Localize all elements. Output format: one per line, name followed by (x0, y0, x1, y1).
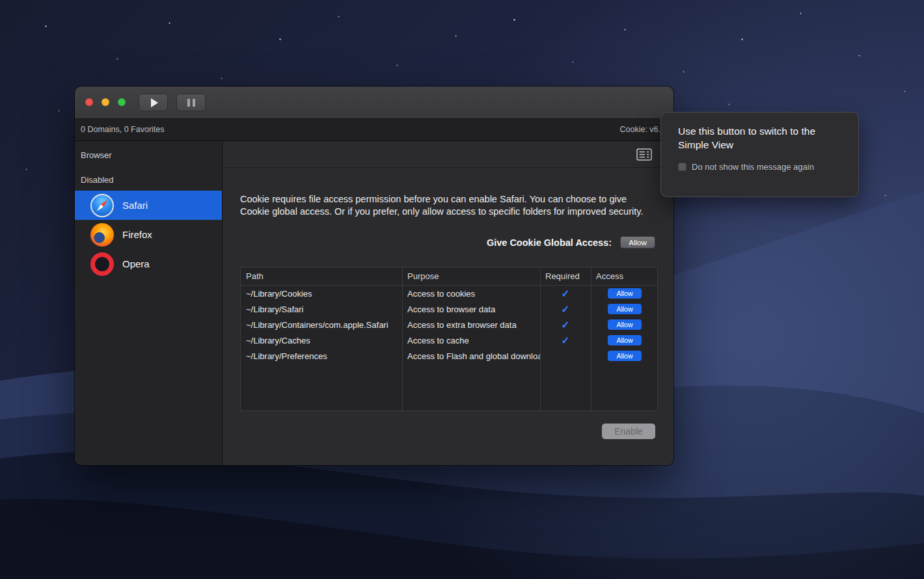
allow-button[interactable]: Allow (608, 288, 642, 299)
required-check-icon: ✓ (561, 335, 569, 346)
sidebar-browser-list: Safari Firefox Opera (75, 191, 222, 278)
pause-button[interactable] (176, 94, 206, 111)
browser-sidebar: Browser Disabled Safari Firefox Opera (75, 141, 223, 465)
opera-app-icon (90, 252, 114, 276)
allow-button[interactable]: Allow (608, 335, 642, 345)
header-purpose: Purpose (402, 267, 540, 285)
sidebar-item-label: Opera (122, 258, 150, 269)
cell-purpose: Access to browser data (402, 304, 540, 314)
simple-view-toggle-button[interactable] (636, 148, 652, 161)
global-access-label: Give Cookie Global Access: (487, 237, 612, 248)
cell-purpose: Access to Flash and global downloads (402, 351, 540, 361)
domains-favorites-count: 0 Domains, 0 Favorites (81, 119, 165, 141)
close-button[interactable] (85, 98, 93, 106)
cell-purpose: Access to cache (402, 336, 540, 345)
table-row[interactable]: ~/Library/Caches Access to cache ✓ Allow (241, 332, 657, 348)
app-window: 0 Domains, 0 Favorites Cookie: v6. Brows… (75, 87, 673, 465)
header-required: Required (540, 267, 591, 285)
minimize-button[interactable] (102, 98, 109, 106)
enable-button[interactable]: Enable (602, 424, 655, 439)
sidebar-item-firefox[interactable]: Firefox (75, 220, 222, 249)
required-check-icon: ✓ (561, 319, 569, 330)
main-pane: Cookie requires file access permission b… (223, 141, 673, 465)
global-access-row: Give Cookie Global Access: Allow (487, 236, 655, 249)
header-access: Access (591, 267, 659, 285)
cell-path: ~/Library/Safari (241, 304, 402, 314)
cell-purpose: Access to cookies (402, 289, 540, 299)
play-icon (151, 98, 158, 107)
required-check-icon: ✓ (561, 304, 569, 315)
simple-view-tooltip: Use this button to switch to the Simple … (660, 112, 859, 197)
allow-button[interactable]: Allow (608, 351, 642, 361)
header-path: Path (241, 267, 402, 285)
list-view-icon (636, 148, 652, 161)
cell-path: ~/Library/Preferences (241, 351, 402, 361)
table-row[interactable]: ~/Library/Cookies Access to cookies ✓ Al… (241, 286, 657, 301)
sidebar-section-disabled: Disabled (81, 175, 114, 185)
allow-button[interactable]: Allow (608, 304, 642, 314)
table-row[interactable]: ~/Library/Containers/com.apple.Safari Ac… (241, 317, 657, 332)
table-row[interactable]: ~/Library/Preferences Access to Flash an… (241, 348, 657, 364)
stars-decoration (0, 0, 1, 1)
cell-path: ~/Library/Caches (241, 336, 402, 345)
cell-path: ~/Library/Cookies (241, 289, 402, 299)
do-not-show-checkbox[interactable] (678, 163, 686, 171)
sidebar-group-browser: Browser (81, 150, 112, 160)
status-bar: 0 Domains, 0 Favorites Cookie: v6. (75, 119, 673, 141)
run-button[interactable] (139, 94, 168, 111)
main-header (223, 141, 673, 168)
tooltip-message: Use this button to switch to the Simple … (678, 124, 841, 152)
cell-path: ~/Library/Containers/com.apple.Safari (241, 320, 402, 330)
sidebar-item-opera[interactable]: Opera (75, 249, 222, 278)
app-version-label: Cookie: v6. (619, 119, 660, 141)
do-not-show-label: Do not show this message again (692, 162, 814, 172)
permission-intro-text: Cookie requires file access permission b… (240, 193, 644, 218)
firefox-app-icon (90, 223, 114, 247)
zoom-button[interactable] (118, 98, 126, 106)
sidebar-item-label: Safari (122, 200, 148, 211)
window-titlebar[interactable] (75, 87, 673, 119)
pause-icon (187, 99, 195, 107)
sidebar-item-safari[interactable]: Safari (75, 191, 222, 220)
global-allow-button[interactable]: Allow (620, 236, 655, 249)
safari-app-icon (90, 194, 114, 217)
permissions-table-body: ~/Library/Cookies Access to cookies ✓ Al… (241, 286, 657, 364)
cell-purpose: Access to extra browser data (402, 320, 540, 330)
table-row[interactable]: ~/Library/Safari Access to browser data … (241, 301, 657, 317)
table-header-row: Path Purpose Required Access (241, 267, 657, 286)
sidebar-item-label: Firefox (122, 229, 152, 240)
required-check-icon: ✓ (561, 288, 569, 299)
tooltip-checkbox-row: Do not show this message again (678, 162, 845, 172)
allow-button[interactable]: Allow (608, 319, 642, 330)
permissions-table: Path Purpose Required Access ~/Library/C… (240, 267, 658, 411)
